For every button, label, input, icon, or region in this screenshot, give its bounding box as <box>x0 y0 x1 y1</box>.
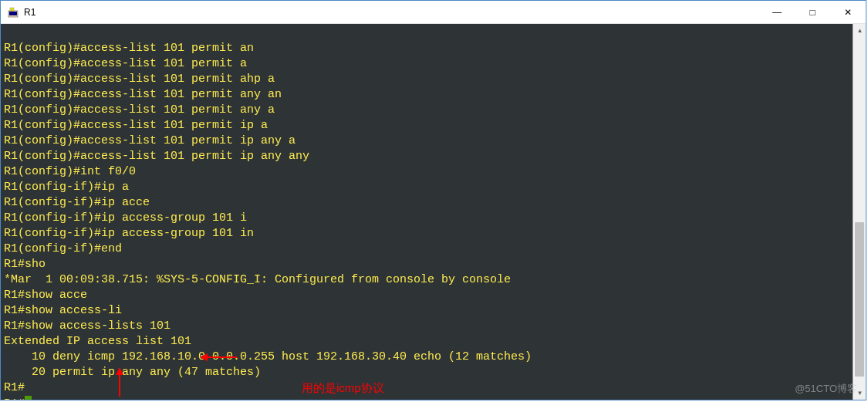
terminal-line: R1(config)#access-list 101 permit ahp a <box>4 73 275 86</box>
terminal-line: R1(config-if)#end <box>4 242 122 255</box>
terminal-line: 10 deny icmp 192.168.10.0 0.0.0.255 host… <box>4 350 532 363</box>
terminal-line: R1(config)#access-list 101 permit a <box>4 57 247 70</box>
terminal-cursor <box>25 396 32 400</box>
terminal-line: R1(config)#access-list 101 permit ip any… <box>4 150 309 163</box>
terminal-line: R1#show acce <box>4 289 87 302</box>
terminal-prompt: R1# <box>4 397 25 400</box>
titlebar[interactable]: R1 — □ ✕ <box>1 1 866 24</box>
terminal-container: R1(config)#access-list 101 permit an R1(… <box>1 24 866 400</box>
terminal-line: R1#sho <box>4 258 46 271</box>
terminal-line: R1(config)#access-list 101 permit an <box>4 42 254 55</box>
terminal-line: R1(config)#int f0/0 <box>4 165 136 178</box>
putty-icon <box>7 6 19 19</box>
terminal-line: *Mar 1 00:09:38.715: %SYS-5-CONFIG_I: Co… <box>4 273 511 286</box>
window-controls: — □ ✕ <box>759 1 866 24</box>
app-window: R1 — □ ✕ R1(config)#access-list 101 perm… <box>0 0 866 400</box>
terminal-line: R1(config-if)#ip a <box>4 181 129 194</box>
terminal-line: R1#show access-li <box>4 304 122 317</box>
terminal-prompt-line: R1# <box>4 397 32 400</box>
vertical-scrollbar[interactable]: ▲ ▼ <box>853 24 866 400</box>
terminal-line: R1# <box>4 381 25 394</box>
terminal-line: R1(config)#access-list 101 permit any a <box>4 103 275 117</box>
scrollbar-track[interactable] <box>853 37 866 387</box>
terminal-line: R1(config-if)#ip access-group 101 in <box>4 227 254 240</box>
terminal-output[interactable]: R1(config)#access-list 101 permit an R1(… <box>1 24 853 400</box>
svg-rect-3 <box>12 8 14 11</box>
svg-rect-1 <box>9 12 17 15</box>
minimize-button[interactable]: — <box>759 1 795 24</box>
svg-rect-2 <box>10 8 12 11</box>
scroll-up-button[interactable]: ▲ <box>853 24 866 37</box>
watermark-text: @51CTO博客 <box>795 382 857 396</box>
terminal-line: R1(config)#access-list 101 permit any an <box>4 88 282 101</box>
terminal-line: R1(config-if)#ip acce <box>4 196 150 209</box>
terminal-line: R1(config)#access-list 101 permit ip a <box>4 119 268 132</box>
terminal-line: R1(config)#access-list 101 permit ip any… <box>4 134 296 147</box>
terminal-line: R1#show access-lists 101 <box>4 319 171 333</box>
terminal-line: Extended IP access list 101 <box>4 335 191 348</box>
close-button[interactable]: ✕ <box>830 1 866 24</box>
scrollbar-thumb[interactable] <box>855 222 864 377</box>
terminal-line: 20 permit ip any any (47 matches) <box>4 366 261 379</box>
window-title: R1 <box>24 7 759 18</box>
terminal-line: R1(config-if)#ip access-group 101 i <box>4 211 247 225</box>
maximize-button[interactable]: □ <box>795 1 830 24</box>
